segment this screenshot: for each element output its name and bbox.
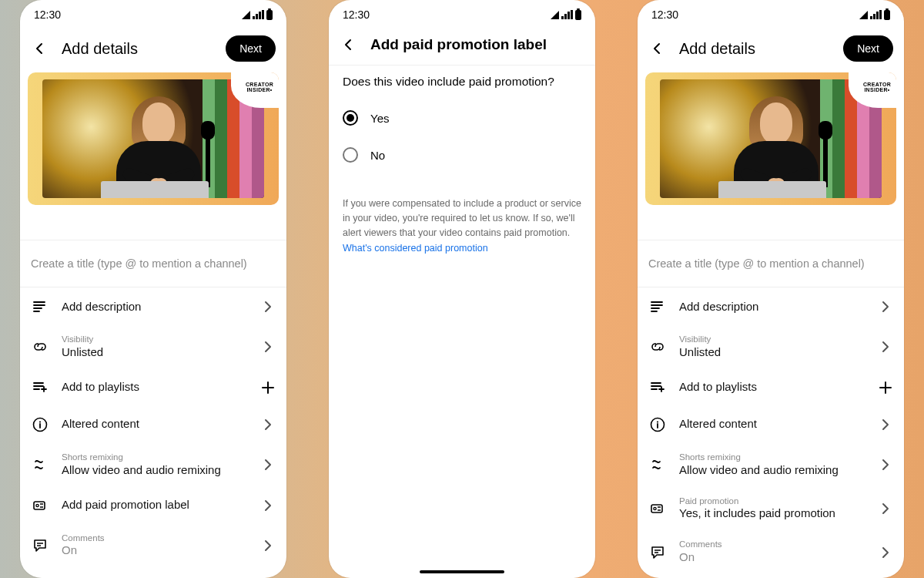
radio-checked-icon	[343, 110, 358, 126]
status-icons	[242, 10, 273, 20]
row-comments[interactable]: CommentsOn	[638, 529, 904, 573]
paid-promotion-icon	[648, 499, 665, 516]
chevron-right-icon	[876, 499, 893, 516]
phone-add-details: 12:30 Add details Next CREATORINSIDER• C…	[20, 0, 286, 578]
row-shorts-remixing[interactable]: Shorts remixingAllow video and audio rem…	[20, 442, 286, 486]
video-thumbnail	[42, 79, 264, 198]
screen-title: Add details	[62, 40, 213, 58]
status-time: 12:30	[343, 8, 370, 21]
wifi-icon	[242, 11, 250, 19]
promo-disclaimer: If you were compensated to include a pro…	[343, 197, 581, 240]
chevron-right-icon	[259, 455, 276, 472]
row-paid-promotion[interactable]: Add paid promotion label	[20, 486, 286, 523]
phone-paid-promotion: 12:30 Add paid promotion label Does this…	[329, 0, 595, 578]
app-bar: Add details Next	[20, 29, 286, 72]
row-altered-content[interactable]: Altered content	[638, 405, 904, 442]
radio-unchecked-icon	[343, 147, 358, 163]
signal-icon	[561, 10, 573, 19]
status-time: 12:30	[651, 8, 678, 21]
battery-icon	[884, 10, 890, 20]
remix-icon	[648, 455, 665, 472]
row-shorts-remixing[interactable]: Shorts remixingAllow video and audio rem…	[638, 442, 904, 486]
status-icons	[551, 10, 581, 20]
chevron-right-icon	[876, 297, 893, 314]
back-button[interactable]	[648, 39, 667, 58]
chevron-right-icon	[876, 338, 893, 355]
next-button[interactable]: Next	[226, 35, 276, 62]
screen-title: Add paid promotion label	[370, 36, 584, 53]
status-icons	[859, 10, 890, 20]
back-button[interactable]	[31, 39, 49, 58]
radio-yes[interactable]: Yes	[343, 102, 581, 139]
row-add-description[interactable]: Add description	[20, 287, 286, 324]
status-bar: 12:30	[638, 0, 904, 29]
app-bar: Add paid promotion label	[329, 29, 595, 65]
info-icon	[31, 415, 48, 432]
status-time: 12:30	[34, 8, 61, 21]
row-altered-content[interactable]: Altered content	[20, 405, 286, 442]
wifi-icon	[859, 11, 868, 19]
status-bar: 12:30	[20, 0, 286, 29]
comments-icon	[648, 543, 665, 560]
paid-promotion-icon	[31, 496, 48, 513]
row-add-description[interactable]: Add description	[638, 287, 904, 324]
row-playlists[interactable]: Add to playlists	[20, 368, 286, 405]
row-visibility[interactable]: VisibilityUnlisted	[638, 324, 904, 368]
chevron-right-icon	[259, 536, 276, 553]
radio-no[interactable]: No	[343, 139, 581, 176]
chevron-right-icon	[876, 415, 893, 432]
remix-icon	[31, 455, 48, 472]
next-button[interactable]: Next	[843, 35, 893, 62]
status-bar: 12:30	[329, 0, 595, 29]
signal-icon	[253, 10, 264, 19]
battery-icon	[575, 10, 581, 20]
link-icon	[648, 338, 665, 355]
plus-icon	[259, 378, 276, 395]
thumbnail-area[interactable]: CREATORINSIDER•	[20, 72, 286, 213]
chevron-right-icon	[876, 543, 893, 560]
app-bar: Add details Next	[638, 29, 904, 72]
chevron-right-icon	[259, 415, 276, 432]
phone-add-details-updated: 12:30 Add details Next CREATORINSIDER• C…	[638, 0, 904, 578]
playlist-add-icon	[648, 378, 665, 395]
plus-icon	[876, 378, 893, 395]
row-comments[interactable]: CommentsOn	[20, 523, 286, 567]
title-input[interactable]: Create a title (type @ to mention a chan…	[638, 240, 904, 287]
row-visibility[interactable]: VisibilityUnlisted	[20, 324, 286, 368]
chevron-right-icon	[876, 455, 893, 472]
signal-icon	[870, 10, 882, 19]
back-button[interactable]	[340, 35, 358, 54]
home-indicator	[420, 570, 504, 573]
thumbnail-area[interactable]: CREATORINSIDER•	[638, 72, 904, 213]
info-icon	[648, 415, 665, 432]
title-input[interactable]: Create a title (type @ to mention a chan…	[20, 240, 286, 287]
wifi-icon	[551, 11, 559, 19]
battery-icon	[266, 10, 273, 20]
link-icon	[31, 338, 48, 355]
screen-title: Add details	[679, 40, 831, 58]
promo-help-link[interactable]: What's considered paid promotion	[343, 243, 581, 254]
comments-icon	[31, 536, 48, 553]
description-icon	[648, 297, 665, 314]
chevron-right-icon	[259, 338, 276, 355]
playlist-add-icon	[31, 378, 48, 395]
row-playlists[interactable]: Add to playlists	[638, 368, 904, 405]
promo-question: Does this video include paid promotion?	[343, 75, 581, 89]
chevron-right-icon	[259, 496, 276, 513]
chevron-right-icon	[259, 297, 276, 314]
row-paid-promotion[interactable]: Paid promotionYes, it includes paid prom…	[638, 486, 904, 530]
video-thumbnail	[660, 79, 882, 198]
description-icon	[31, 297, 48, 314]
